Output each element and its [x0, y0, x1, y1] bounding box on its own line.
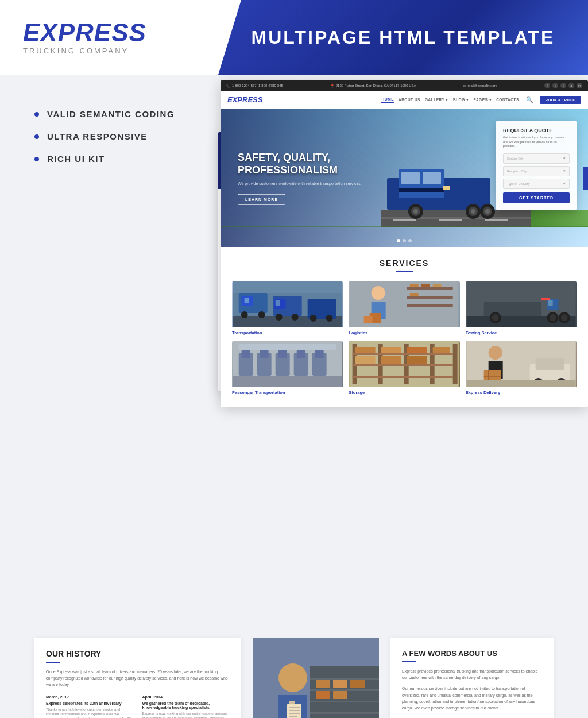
- bottom-timeline-event-2: We gathered the team of dedicated, knowl…: [142, 701, 230, 709]
- bottom-history-card: OUR HISTORY Once Express was just a smal…: [34, 638, 241, 718]
- sender-city-field[interactable]: Sender City ▾: [503, 153, 570, 164]
- ss-right-quote-title: REQUEST A QUOTE: [503, 128, 570, 133]
- twitter-icon[interactable]: t: [552, 83, 558, 88]
- delivery-type-field[interactable]: Type of Delivery ▾: [503, 179, 570, 189]
- ss-right-nav-home[interactable]: HOME: [381, 97, 394, 103]
- svg-rect-92: [433, 347, 450, 353]
- service-card-transportation[interactable]: Transportation: [232, 281, 343, 335]
- recipient-city-label: Recipient City: [507, 169, 527, 173]
- feature-text-2: ULTRA RESPONSIVE: [47, 132, 148, 141]
- svg-rect-3: [439, 219, 462, 221]
- service-card-storage[interactable]: Storage: [349, 341, 459, 395]
- bottom-about-card: A FEW WORDS ABOUT US Express provides pr…: [390, 638, 554, 718]
- ss-right-edge-nav[interactable]: [583, 167, 588, 190]
- service-label-transportation: Transportation: [232, 330, 343, 335]
- svg-rect-2: [393, 219, 416, 221]
- ss-right-services-line: [396, 271, 413, 272]
- svg-point-26: [258, 311, 265, 318]
- location-icon: 📍: [330, 84, 334, 88]
- search-icon[interactable]: 🔍: [526, 96, 533, 103]
- slider-dot-3[interactable]: [408, 239, 412, 242]
- bottom-timeline-date-2: April, 2014: [142, 695, 230, 699]
- svg-rect-89: [355, 356, 376, 364]
- ss-right-nav-gallery[interactable]: GALLERY ▾: [425, 98, 448, 102]
- logo-sub: TRUCKING COMPANY: [23, 47, 195, 55]
- book-truck-button[interactable]: BOOK A TRUCK: [540, 96, 581, 104]
- bottom-photo-img: [253, 638, 379, 718]
- ss-right-nav-blog[interactable]: BLOG ▾: [453, 98, 469, 102]
- ss-right-nav-about[interactable]: ABOUT US: [399, 98, 420, 102]
- ss-right-nav-pages[interactable]: PAGES ▾: [474, 98, 492, 102]
- service-card-towing[interactable]: Towing Service: [466, 281, 577, 335]
- svg-rect-8: [423, 172, 441, 184]
- googleplus-icon[interactable]: g: [568, 83, 574, 88]
- ss-right-nav-links: HOME ABOUT US GALLERY ▾ BLOG ▾ PAGES ▾ C…: [381, 96, 581, 104]
- svg-rect-83: [353, 353, 453, 355]
- svg-rect-7: [401, 172, 420, 184]
- svg-rect-67: [260, 350, 269, 358]
- header-title: MULTIPAGE HTML TEMPLATE: [252, 27, 555, 48]
- svg-point-34: [326, 315, 333, 322]
- logo-express: EXPRESS: [23, 20, 195, 45]
- recipient-city-field[interactable]: Recipient City ▾: [503, 166, 570, 176]
- svg-rect-123: [316, 691, 330, 699]
- bottom-timeline-date-1: March, 2017: [46, 695, 134, 699]
- svg-rect-87: [381, 347, 401, 353]
- ss-right-slider-dots: [397, 239, 412, 242]
- hero-title-line1: SAFETY, QUALITY,: [238, 152, 330, 163]
- bottom-timeline-item-2: April, 2014 We gathered the team of dedi…: [142, 695, 230, 718]
- bottom-about-line: [402, 661, 416, 662]
- header-title-area: MULTIPAGE HTML TEMPLATE: [218, 0, 588, 75]
- slider-dot-1[interactable]: [397, 239, 400, 242]
- linkedin-icon[interactable]: in: [577, 83, 582, 88]
- ss-right-hero-content: SAFETY, QUALITY, PROFESSIONALISM We prov…: [238, 152, 362, 205]
- ss-right-hero-title: SAFETY, QUALITY, PROFESSIONALISM: [238, 152, 362, 176]
- svg-point-25: [241, 311, 248, 318]
- svg-rect-41: [410, 284, 419, 287]
- ss-right-address-text: 2130 Fulton Street, San Diego, CA 94117-…: [336, 84, 416, 87]
- svg-rect-120: [316, 680, 330, 688]
- svg-rect-74: [233, 376, 342, 387]
- svg-point-31: [292, 314, 299, 321]
- ss-right-topbar: 📞 1-800-1234-567, 1-800-6780-345 📍 2130 …: [220, 80, 588, 91]
- facebook-icon[interactable]: f: [544, 83, 550, 88]
- svg-rect-69: [278, 350, 287, 358]
- bottom-timeline-text-2: Express is now working with our entire r…: [142, 711, 230, 718]
- instagram-icon[interactable]: i: [560, 83, 566, 88]
- ss-right-nav-contacts[interactable]: CONTACTS: [496, 98, 519, 102]
- get-started-button[interactable]: GET STARTED: [503, 192, 570, 203]
- slider-dot-2[interactable]: [403, 239, 406, 242]
- bottom-about-title: A FEW WORDS ABOUT US: [402, 649, 542, 658]
- learn-more-button[interactable]: LEARN MORE: [238, 194, 285, 204]
- svg-rect-86: [355, 347, 376, 353]
- service-card-logistics[interactable]: Logistics: [349, 281, 459, 335]
- svg-rect-84: [353, 364, 453, 366]
- ss-right-logo: EXPRESS: [227, 95, 262, 104]
- svg-rect-111: [310, 712, 379, 714]
- svg-rect-9: [399, 188, 444, 192]
- service-img-express: [466, 341, 577, 387]
- svg-rect-104: [466, 380, 575, 387]
- feature-item-3: RICH UI KIT: [34, 154, 230, 164]
- service-card-express[interactable]: Express Delivery: [466, 341, 577, 395]
- svg-point-45: [372, 286, 385, 300]
- svg-rect-90: [381, 356, 401, 364]
- phone-icon: 📞: [226, 84, 230, 88]
- features-left: VALID SEMANTIC CODING ULTRA RESPONSIVE R…: [34, 98, 230, 615]
- feature-dot-3: [34, 157, 39, 161]
- feature-item-1: VALID SEMANTIC CODING: [34, 109, 230, 119]
- svg-rect-4: [485, 219, 508, 221]
- svg-rect-39: [407, 296, 453, 299]
- svg-rect-91: [407, 356, 427, 364]
- bottom-timeline-event-1: Express celebrates its 20th anniversary: [46, 701, 134, 705]
- bottom-timeline-text-1: Thanks to our high level of customer ser…: [46, 707, 134, 718]
- svg-point-12: [413, 209, 418, 214]
- bottom-timeline: March, 2017 Express celebrates its 20th …: [46, 695, 230, 718]
- service-card-passenger[interactable]: Passenger Transportation: [232, 341, 343, 395]
- feature-text-1: VALID SEMANTIC CODING: [47, 109, 175, 119]
- svg-point-33: [310, 315, 317, 322]
- svg-rect-71: [297, 350, 305, 358]
- service-label-passenger: Passenger Transportation: [232, 390, 343, 395]
- screenshot-right: 📞 1-800-1234-567, 1-800-6780-345 📍 2130 …: [220, 80, 588, 407]
- service-label-towing: Towing Service: [466, 330, 577, 335]
